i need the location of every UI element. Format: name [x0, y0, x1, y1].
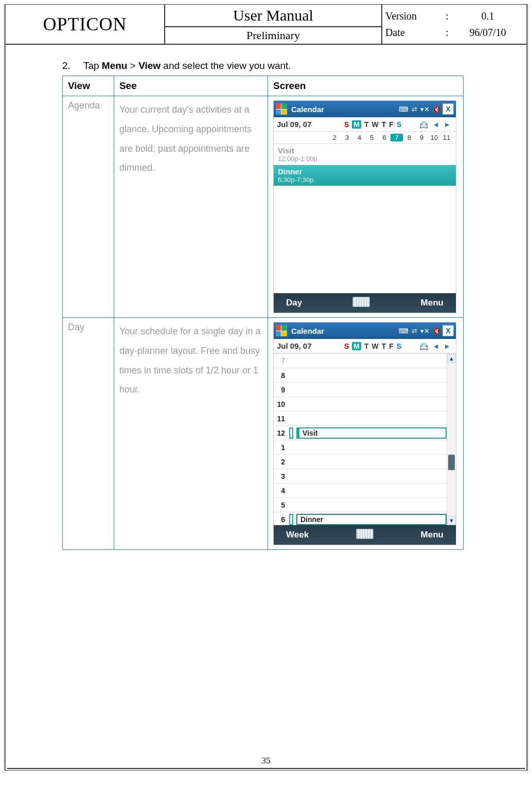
- agenda-item-time: 12:00p-1:00p: [278, 155, 452, 163]
- hour-label: 5: [274, 501, 287, 509]
- goto-icon[interactable]: 📇: [419, 342, 428, 350]
- day-num[interactable]: 6: [378, 134, 391, 141]
- next-arrow-icon[interactable]: ►: [444, 120, 451, 129]
- scroll-thumb[interactable]: [448, 455, 455, 470]
- scrollbar[interactable]: ▲ ▼: [447, 354, 456, 525]
- keyboard-icon[interactable]: [356, 529, 374, 539]
- day-num[interactable]: 5: [366, 134, 378, 141]
- agenda-item-title: Dinner: [278, 167, 452, 176]
- weekday-mon[interactable]: M: [352, 120, 361, 129]
- next-arrow-icon[interactable]: ►: [444, 342, 451, 350]
- keyboard-icon[interactable]: [352, 297, 370, 307]
- day-num-selected[interactable]: 7: [391, 134, 403, 141]
- close-button[interactable]: X: [442, 103, 454, 115]
- day-num[interactable]: 11: [440, 134, 453, 141]
- weekday-sat[interactable]: S: [397, 120, 401, 129]
- agenda-item-time: 6:30p-7:30p: [278, 176, 452, 184]
- hour-label: 11: [274, 415, 287, 423]
- hour-label: 8: [274, 371, 287, 380]
- row-agenda-view: Agenda: [63, 96, 114, 318]
- row-day-screen: Calendar ⌨ ⇄ ▾✕ 🔇 X Jul 09, 07 S: [268, 318, 463, 550]
- meta-date-label: Date: [385, 27, 442, 39]
- meta-date-value: 96/07/10: [452, 27, 523, 39]
- soft-left[interactable]: Day: [286, 298, 302, 308]
- row-day-view: Day: [63, 318, 114, 550]
- volume-icon: 🔇: [433, 105, 441, 113]
- row-agenda-see: Your current day's activities at a glanc…: [114, 96, 268, 318]
- sync-icon: ⇄: [412, 105, 417, 113]
- agenda-item-upcoming[interactable]: Dinner 6:30p-7:30p: [274, 165, 456, 186]
- weekday-row[interactable]: S M T W T F S: [328, 120, 417, 129]
- date-label: Jul 09, 07: [277, 342, 328, 350]
- view-table: View See Screen Agenda Your current day'…: [62, 76, 464, 550]
- table-row: Day Your schedule for a single day in a …: [63, 318, 464, 550]
- weekday-sun[interactable]: S: [344, 120, 349, 129]
- goto-icon[interactable]: 📇: [419, 120, 428, 129]
- weekday-sun[interactable]: S: [344, 342, 349, 350]
- title-bar: Calendar ⌨ ⇄ ▾✕ 🔇 X: [274, 101, 456, 117]
- meta-version-value: 0.1: [452, 10, 523, 22]
- weekday-tue[interactable]: T: [364, 120, 369, 129]
- soft-right[interactable]: Menu: [421, 298, 444, 308]
- close-button[interactable]: X: [442, 325, 454, 336]
- weekday-fri[interactable]: F: [389, 120, 394, 129]
- day-num[interactable]: 4: [353, 134, 365, 141]
- meta-colon: :: [442, 10, 452, 22]
- day-num[interactable]: 8: [403, 134, 415, 141]
- weekday-thu[interactable]: T: [382, 342, 386, 350]
- keyboard-status-icon: ⌨: [399, 327, 409, 335]
- soft-left[interactable]: Week: [286, 530, 309, 540]
- scroll-down-icon[interactable]: ▼: [447, 516, 456, 525]
- soft-right[interactable]: Menu: [421, 530, 444, 540]
- weekday-row[interactable]: S M T W T F S: [328, 342, 417, 350]
- start-icon[interactable]: [276, 103, 287, 115]
- day-num[interactable]: 2: [328, 134, 341, 141]
- meta-version-label: Version: [385, 10, 442, 22]
- sync-icon: ⇄: [412, 327, 417, 335]
- weekday-fri[interactable]: F: [389, 342, 394, 350]
- agenda-item-past[interactable]: Visit 12:00p-1:00p: [274, 144, 456, 165]
- date-row: Jul 09, 07 S M T W T F S 📇 ◄: [274, 117, 456, 132]
- weekday-wed[interactable]: W: [372, 342, 379, 350]
- table-header-row: View See Screen: [63, 76, 464, 96]
- header-screen: Screen: [268, 76, 463, 96]
- meta-date-row: Date : 96/07/10: [385, 24, 523, 41]
- event-dinner[interactable]: Dinner: [296, 514, 447, 525]
- weekday-thu[interactable]: T: [382, 120, 386, 129]
- row-agenda-screen: Calendar ⌨ ⇄ ▾✕ 🔇 X Jul 09, 07 S: [268, 96, 463, 318]
- header-view: View: [63, 76, 114, 96]
- scroll-up-icon[interactable]: ▲: [447, 354, 456, 363]
- page-number: 35: [6, 756, 526, 766]
- prev-arrow-icon[interactable]: ◄: [432, 342, 439, 350]
- weekday-mon[interactable]: M: [352, 342, 361, 350]
- weekday-tue[interactable]: T: [364, 342, 369, 350]
- day-num[interactable]: 3: [341, 134, 353, 141]
- day-num[interactable]: 9: [415, 134, 428, 141]
- prev-arrow-icon[interactable]: ◄: [432, 120, 439, 129]
- date-row: Jul 09, 07 S M T W T F S 📇 ◄: [274, 339, 456, 353]
- document-header: OPTICON User Manual Preliminary Version …: [6, 5, 526, 45]
- signal-icon: ▾✕: [420, 327, 430, 335]
- instruction: 2. Tap Menu > View and select the view y…: [62, 60, 506, 71]
- weekday-sat[interactable]: S: [397, 342, 401, 350]
- busy-indicator: [289, 427, 293, 439]
- hour-label: 4: [274, 487, 287, 495]
- soft-bar: Week Menu: [274, 525, 456, 545]
- doc-title: User Manual: [165, 5, 381, 27]
- day-num[interactable]: 10: [428, 134, 440, 141]
- hour-label: 7: [274, 353, 287, 368]
- event-visit[interactable]: Visit: [296, 427, 447, 439]
- keyboard-status-icon: ⌨: [399, 105, 409, 113]
- start-icon[interactable]: [276, 325, 287, 336]
- scroll-track[interactable]: [447, 363, 456, 516]
- day-screenshot: Calendar ⌨ ⇄ ▾✕ 🔇 X Jul 09, 07 S: [273, 322, 456, 545]
- hour-label: 12: [274, 429, 287, 437]
- weekday-wed[interactable]: W: [372, 120, 379, 129]
- title-bar: Calendar ⌨ ⇄ ▾✕ 🔇 X: [274, 322, 456, 339]
- content: 2. Tap Menu > View and select the view y…: [6, 45, 526, 560]
- app-name: Calendar: [291, 105, 324, 114]
- hour-label: 2: [274, 458, 287, 466]
- app-name: Calendar: [291, 327, 324, 335]
- agenda-body: Visit 12:00p-1:00p Dinner 6:30p-7:30p: [274, 144, 456, 293]
- agenda-item-title: Visit: [278, 146, 452, 155]
